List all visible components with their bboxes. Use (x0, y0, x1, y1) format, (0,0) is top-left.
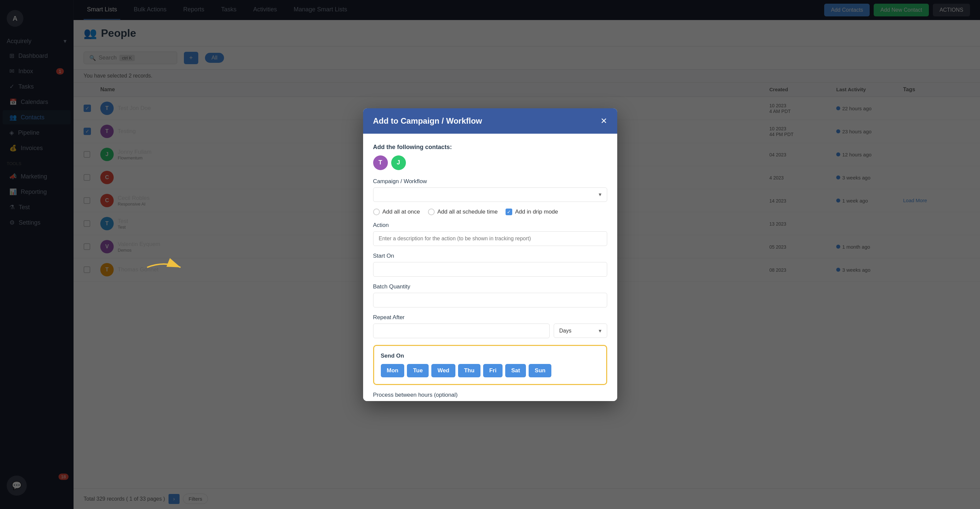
batch-quantity-input[interactable] (373, 293, 607, 308)
repeat-unit-select[interactable]: Days Weeks (554, 323, 607, 338)
process-hours-label: Process between hours (optional) (373, 392, 607, 398)
add-in-drip-option[interactable]: Add in drip mode (506, 209, 558, 215)
repeat-unit-wrapper: Days Weeks (554, 323, 607, 338)
add-all-at-schedule-option[interactable]: Add all at schedule time (428, 209, 498, 215)
batch-quantity-label: Batch Quantity (373, 284, 607, 290)
campaign-select[interactable] (373, 187, 607, 202)
repeat-after-label: Repeat After (373, 314, 607, 321)
contacts-section: Add the following contacts: T J (373, 144, 607, 170)
modal-title: Add to Campaign / Workflow (373, 116, 482, 126)
start-on-field: Start On (373, 253, 607, 277)
contact-avatars-row: T J (373, 155, 607, 170)
days-row: Mon Tue Wed Thu Fri Sat Sun (381, 364, 600, 377)
repeat-after-row: Days Weeks (373, 323, 607, 338)
modal-header: Add to Campaign / Workflow ✕ (363, 108, 617, 134)
add-to-campaign-modal: Add to Campaign / Workflow ✕ Add the fol… (363, 108, 617, 401)
day-sat-button[interactable]: Sat (505, 364, 526, 377)
campaign-workflow-field: Campaign / Workflow (373, 178, 607, 202)
campaign-select-wrapper (373, 187, 607, 202)
start-on-input[interactable] (373, 262, 607, 277)
modal-overlay[interactable]: Add to Campaign / Workflow ✕ Add the fol… (0, 0, 980, 509)
day-wed-button[interactable]: Wed (431, 364, 455, 377)
day-fri-button[interactable]: Fri (483, 364, 503, 377)
batch-quantity-field: Batch Quantity (373, 284, 607, 308)
add-mode-options: Add all at once Add all at schedule time… (373, 209, 607, 215)
arrow-annotation (144, 257, 184, 279)
day-mon-button[interactable]: Mon (381, 364, 404, 377)
modal-close-button[interactable]: ✕ (600, 116, 607, 126)
contact-avatar-j: J (391, 155, 406, 170)
add-all-at-once-option[interactable]: Add all at once (373, 209, 420, 215)
send-on-label: Send On (381, 353, 600, 359)
day-thu-button[interactable]: Thu (458, 364, 480, 377)
repeat-after-input[interactable] (373, 323, 550, 338)
campaign-label: Campaign / Workflow (373, 178, 607, 185)
action-field: Action (373, 222, 607, 246)
radio-add-all-at-once[interactable] (373, 209, 380, 215)
process-hours-section: Process between hours (optional) Start F… (373, 392, 607, 401)
contacts-section-label: Add the following contacts: (373, 144, 607, 151)
checkbox-add-in-drip[interactable] (506, 209, 512, 215)
contact-avatar-t: T (373, 155, 388, 170)
repeat-after-field: Repeat After Days Weeks (373, 314, 607, 338)
action-input[interactable] (373, 231, 607, 246)
send-on-section: Send On Mon Tue Wed Thu Fri Sat Sun (373, 345, 607, 385)
action-label: Action (373, 222, 607, 228)
day-tue-button[interactable]: Tue (407, 364, 429, 377)
radio-add-all-at-schedule[interactable] (428, 209, 435, 215)
day-sun-button[interactable]: Sun (529, 364, 551, 377)
start-on-label: Start On (373, 253, 607, 259)
modal-body: Add the following contacts: T J Campaign… (363, 134, 617, 401)
